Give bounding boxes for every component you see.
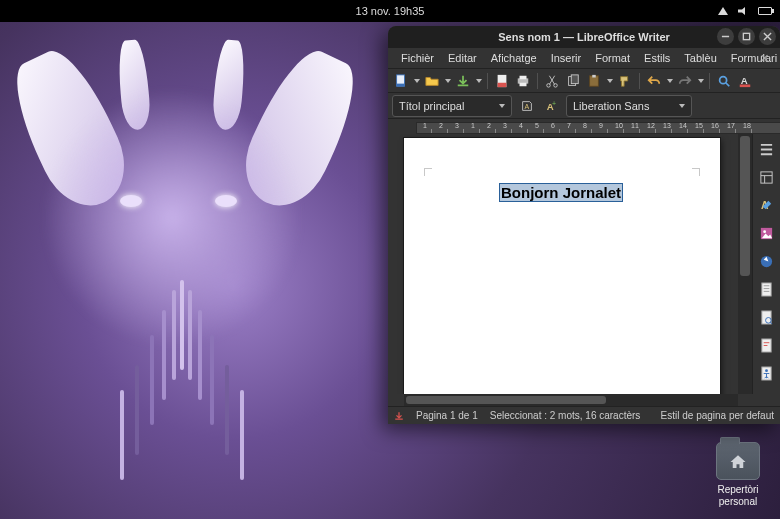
svg-point-8 — [547, 83, 551, 87]
menu-edit[interactable]: Editar — [441, 50, 484, 66]
ruler-number: 1 — [423, 122, 427, 129]
font-name-value: Liberation Sans — [573, 100, 649, 112]
svg-point-9 — [554, 83, 558, 87]
chevron-down-icon — [499, 104, 505, 108]
new-style-icon[interactable]: A+ — [542, 97, 560, 115]
scrollbar-thumb[interactable] — [740, 136, 750, 276]
font-name-combo[interactable]: Liberation Sans — [566, 95, 692, 117]
svg-rect-6 — [520, 75, 527, 79]
svg-text:A: A — [524, 102, 529, 109]
system-tray[interactable] — [718, 7, 772, 15]
desktop-folder-home[interactable]: Repertòri personal — [706, 442, 770, 507]
ruler-number: 16 — [711, 122, 719, 129]
svg-point-23 — [763, 230, 766, 233]
window-maximize-button[interactable] — [738, 28, 755, 45]
window-minimize-button[interactable] — [717, 28, 734, 45]
status-page-style[interactable]: Estil de pagina per defaut — [661, 410, 774, 421]
scrollbar-thumb[interactable] — [406, 396, 606, 404]
sidebar-changes-icon[interactable] — [758, 336, 776, 354]
save-icon[interactable] — [454, 72, 472, 90]
find-icon[interactable] — [715, 72, 733, 90]
horizontal-scrollbar[interactable] — [404, 394, 738, 406]
chevron-down-icon — [679, 104, 685, 108]
volume-icon — [738, 7, 748, 15]
undo-icon[interactable] — [645, 72, 663, 90]
clock[interactable]: 13 nov. 19h35 — [356, 5, 425, 17]
font-color-icon[interactable]: A — [736, 72, 754, 90]
paragraph-style-combo[interactable]: Títol principal — [392, 95, 512, 117]
svg-rect-16 — [740, 84, 751, 87]
formatting-toolbar: Títol principal A A+ Liberation Sans — [388, 92, 780, 118]
sidebar-gallery-icon[interactable] — [758, 224, 776, 242]
svg-rect-4 — [498, 82, 507, 86]
menu-bar: Fichièr Editar Afichatge Inserir Format … — [388, 48, 780, 68]
ruler-number: 10 — [615, 122, 623, 129]
desktop-folder-label: Repertòri personal — [706, 484, 770, 507]
status-page[interactable]: Pagina 1 de 1 — [416, 410, 478, 421]
ruler-number: 1 — [471, 122, 475, 129]
update-style-icon[interactable]: A — [518, 97, 536, 115]
window-title: Sens nom 1 — LibreOffice Writer — [498, 31, 670, 43]
open-icon[interactable] — [423, 72, 441, 90]
clone-format-icon[interactable] — [616, 72, 634, 90]
page: Bonjorn Jornalet — [404, 138, 720, 394]
svg-rect-7 — [520, 82, 527, 86]
ruler-number: 6 — [551, 122, 555, 129]
ruler-number: 12 — [647, 122, 655, 129]
svg-point-30 — [765, 369, 768, 372]
ruler-number: 18 — [743, 122, 751, 129]
svg-text:+: + — [552, 100, 556, 107]
svg-rect-0 — [743, 33, 749, 39]
paragraph-style-value: Títol principal — [399, 100, 464, 112]
sidebar-inspector-icon[interactable] — [758, 308, 776, 326]
ruler-number: 9 — [599, 122, 603, 129]
save-status-icon[interactable] — [394, 411, 404, 421]
horizontal-ruler[interactable]: 123123456789101112131415161718 — [388, 118, 780, 134]
ruler-number: 5 — [535, 122, 539, 129]
menu-insert[interactable]: Inserir — [544, 50, 589, 66]
menu-styles[interactable]: Estils — [637, 50, 677, 66]
ruler-number: 15 — [695, 122, 703, 129]
document-area[interactable]: Bonjorn Jornalet — [388, 134, 738, 394]
status-selection[interactable]: Seleccionat : 2 mots, 16 caractèrs — [490, 410, 641, 421]
selected-heading-text[interactable]: Bonjorn Jornalet — [500, 184, 622, 201]
svg-rect-11 — [571, 74, 578, 83]
sidebar-page-icon[interactable] — [758, 280, 776, 298]
svg-rect-25 — [762, 282, 771, 295]
svg-text:A: A — [741, 74, 748, 85]
sidebar-styles-icon[interactable]: A — [758, 196, 776, 214]
svg-rect-2 — [397, 83, 405, 86]
copy-icon[interactable] — [564, 72, 582, 90]
paste-icon[interactable] — [585, 72, 603, 90]
sidebar-navigator-icon[interactable] — [758, 252, 776, 270]
menu-file[interactable]: Fichièr — [394, 50, 441, 66]
network-icon — [718, 7, 728, 15]
battery-icon — [758, 7, 772, 15]
document-close-button[interactable]: ✕ — [753, 50, 776, 67]
vertical-scrollbar[interactable] — [738, 134, 752, 394]
sidebar-menu-icon[interactable] — [758, 140, 776, 158]
ruler-number: 3 — [455, 122, 459, 129]
window-close-button[interactable] — [759, 28, 776, 45]
redo-icon[interactable] — [676, 72, 694, 90]
print-icon[interactable] — [514, 72, 532, 90]
new-doc-icon[interactable] — [392, 72, 410, 90]
menu-table[interactable]: Tablèu — [677, 50, 723, 66]
status-bar: Pagina 1 de 1 Seleccionat : 2 mots, 16 c… — [388, 406, 780, 424]
home-icon — [729, 453, 747, 469]
ruler-number: 14 — [679, 122, 687, 129]
folder-icon — [716, 442, 760, 480]
ruler-number: 3 — [503, 122, 507, 129]
standard-toolbar: A — [388, 68, 780, 92]
ruler-number: 13 — [663, 122, 671, 129]
window-titlebar[interactable]: Sens nom 1 — LibreOffice Writer — [388, 26, 780, 48]
export-pdf-icon[interactable] — [493, 72, 511, 90]
gnome-top-bar: 13 nov. 19h35 — [0, 0, 780, 22]
menu-format[interactable]: Format — [588, 50, 637, 66]
sidebar-accessibility-icon[interactable] — [758, 364, 776, 382]
ruler-number: 8 — [583, 122, 587, 129]
menu-view[interactable]: Afichatge — [484, 50, 544, 66]
cut-icon[interactable] — [543, 72, 561, 90]
sidebar-properties-icon[interactable] — [758, 168, 776, 186]
ruler-number: 17 — [727, 122, 735, 129]
